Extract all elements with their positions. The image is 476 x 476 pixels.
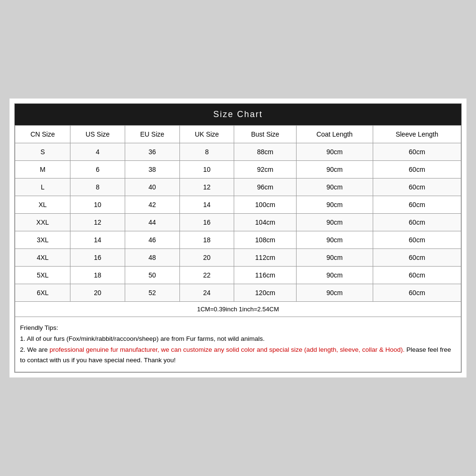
table-cell: 16	[179, 213, 234, 231]
table-cell: 92cm	[234, 160, 296, 178]
table-cell: 16	[70, 248, 125, 266]
table-cell: 18	[70, 266, 125, 284]
table-row: L8401296cm90cm60cm	[15, 178, 461, 196]
table-cell: 20	[70, 284, 125, 301]
tips-line2-prefix: 2. We are	[20, 346, 50, 353]
table-row: 5XL185022116cm90cm60cm	[15, 266, 461, 284]
table-cell: 90cm	[296, 143, 373, 160]
table-row: XXL124416104cm90cm60cm	[15, 213, 461, 231]
table-cell: 60cm	[373, 196, 461, 213]
table-cell: 96cm	[234, 178, 296, 196]
table-cell: 60cm	[373, 178, 461, 196]
table-cell: 42	[125, 196, 179, 213]
table-cell: 52	[125, 284, 179, 301]
tips-line2-highlight: professional genuine fur manufacturer, w…	[50, 346, 405, 353]
conversion-row: 1CM=0.39inch 1inch=2.54CM	[15, 301, 461, 317]
table-cell: 46	[125, 231, 179, 248]
table-cell: 3XL	[15, 231, 70, 248]
table-cell: 14	[179, 196, 234, 213]
table-cell: 108cm	[234, 231, 296, 248]
table-cell: 14	[70, 231, 125, 248]
tips-line1: 1. All of our furs (Fox/mink/rabbit/racc…	[20, 334, 456, 345]
table-cell: 6	[70, 160, 125, 178]
table-cell: 12	[179, 178, 234, 196]
table-cell: 24	[179, 284, 234, 301]
table-row: 4XL164820112cm90cm60cm	[15, 248, 461, 266]
table-cell: 8	[70, 178, 125, 196]
table-cell: 48	[125, 248, 179, 266]
table-cell: L	[15, 178, 70, 196]
table-cell: M	[15, 160, 70, 178]
table-cell: 60cm	[373, 284, 461, 301]
table-cell: 90cm	[296, 160, 373, 178]
column-header: CN Size	[15, 125, 70, 143]
table-cell: 116cm	[234, 266, 296, 284]
table-cell: 90cm	[296, 248, 373, 266]
column-header: Coat Length	[296, 125, 373, 143]
table-cell: 60cm	[373, 143, 461, 160]
table-cell: 90cm	[296, 178, 373, 196]
table-cell: XXL	[15, 213, 70, 231]
size-chart: Size Chart CN SizeUS SizeEU SizeUK SizeB…	[14, 103, 462, 373]
table-cell: 38	[125, 160, 179, 178]
table-cell: 90cm	[296, 213, 373, 231]
table-cell: 60cm	[373, 231, 461, 248]
table-cell: 90cm	[296, 284, 373, 301]
title-text: Size Chart	[213, 109, 263, 119]
table-cell: 50	[125, 266, 179, 284]
table-cell: 60cm	[373, 160, 461, 178]
table-cell: 100cm	[234, 196, 296, 213]
table-cell: 18	[179, 231, 234, 248]
table-cell: 112cm	[234, 248, 296, 266]
chart-title: Size Chart	[15, 104, 461, 125]
tips-heading: Friendly Tips:	[20, 323, 456, 334]
table-cell: 90cm	[296, 231, 373, 248]
column-header: UK Size	[179, 125, 234, 143]
table-cell: 8	[179, 143, 234, 160]
table-row: XL104214100cm90cm60cm	[15, 196, 461, 213]
table-cell: XL	[15, 196, 70, 213]
table-cell: 60cm	[373, 248, 461, 266]
tips-section: Friendly Tips: 1. All of our furs (Fox/m…	[15, 317, 461, 373]
table-row: 6XL205224120cm90cm60cm	[15, 284, 461, 301]
page-wrapper: Size Chart CN SizeUS SizeEU SizeUK SizeB…	[10, 99, 466, 378]
table-cell: 90cm	[296, 266, 373, 284]
table-cell: 6XL	[15, 284, 70, 301]
table-row: 3XL144618108cm90cm60cm	[15, 231, 461, 248]
table-cell: 12	[70, 213, 125, 231]
size-table: CN SizeUS SizeEU SizeUK SizeBust SizeCoa…	[15, 125, 461, 317]
conversion-text: 1CM=0.39inch 1inch=2.54CM	[15, 301, 461, 317]
table-cell: 104cm	[234, 213, 296, 231]
table-cell: 36	[125, 143, 179, 160]
table-cell: 4	[70, 143, 125, 160]
column-header: Sleeve Length	[373, 125, 461, 143]
column-header: EU Size	[125, 125, 179, 143]
tips-line2: 2. We are professional genuine fur manuf…	[20, 345, 456, 367]
table-cell: 40	[125, 178, 179, 196]
column-header: US Size	[70, 125, 125, 143]
table-header-row: CN SizeUS SizeEU SizeUK SizeBust SizeCoa…	[15, 125, 461, 143]
table-cell: 10	[179, 160, 234, 178]
table-cell: S	[15, 143, 70, 160]
table-cell: 120cm	[234, 284, 296, 301]
table-cell: 60cm	[373, 266, 461, 284]
table-cell: 20	[179, 248, 234, 266]
table-cell: 88cm	[234, 143, 296, 160]
table-row: M6381092cm90cm60cm	[15, 160, 461, 178]
table-cell: 22	[179, 266, 234, 284]
table-cell: 90cm	[296, 196, 373, 213]
table-cell: 5XL	[15, 266, 70, 284]
table-cell: 60cm	[373, 213, 461, 231]
table-cell: 10	[70, 196, 125, 213]
column-header: Bust Size	[234, 125, 296, 143]
table-cell: 4XL	[15, 248, 70, 266]
table-cell: 44	[125, 213, 179, 231]
table-row: S436888cm90cm60cm	[15, 143, 461, 160]
